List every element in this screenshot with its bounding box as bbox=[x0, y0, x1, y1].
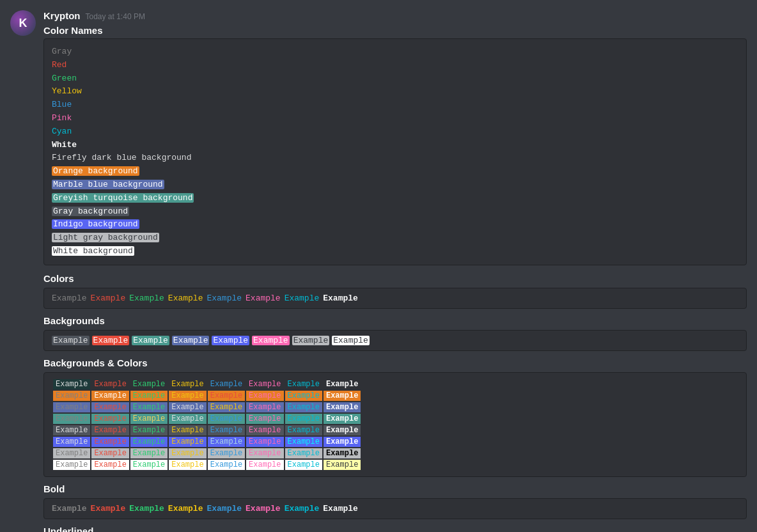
color-name-gray-bg: Gray background bbox=[52, 205, 738, 219]
color-name-pink: Pink bbox=[52, 112, 738, 125]
bg-example-gray: Example bbox=[52, 336, 90, 345]
grid-cell: Example bbox=[91, 437, 129, 447]
bold-example-gray: Example bbox=[52, 504, 87, 513]
grid-cell: Example bbox=[91, 402, 129, 412]
color-names-title: Color Names bbox=[43, 25, 747, 36]
grid-cell: Example bbox=[246, 460, 283, 470]
grid-cell: Example bbox=[169, 414, 206, 424]
message-content: Krypton Today at 1:40 PM Color Names Gra… bbox=[43, 10, 747, 532]
bg-example-pink: Example bbox=[252, 336, 290, 345]
grid-cell: Example bbox=[208, 425, 245, 435]
grid-cell: Example bbox=[208, 448, 245, 458]
grid-cell: Example bbox=[169, 460, 206, 470]
timestamp: Today at 1:40 PM bbox=[86, 12, 145, 21]
username: Krypton bbox=[43, 10, 81, 21]
colors-example-block: Example Example Example Example Example … bbox=[43, 288, 747, 309]
bold-example-cyan: Example bbox=[285, 504, 320, 513]
grid-cell: Example bbox=[169, 402, 206, 412]
color-name-white-bg: White background bbox=[52, 245, 738, 258]
grid-row-3: Example Example Example Example Example … bbox=[53, 402, 361, 412]
backgrounds-section-header: Backgrounds bbox=[43, 315, 747, 326]
grid-cell: Example bbox=[246, 414, 283, 424]
grid-cell: Example bbox=[208, 402, 245, 412]
grid-cell: Example bbox=[285, 448, 322, 458]
grid-cell: Example bbox=[285, 379, 322, 389]
grid-cell: Example bbox=[130, 460, 168, 470]
grid-cell: Example bbox=[208, 379, 245, 389]
grid-cell: Example bbox=[324, 414, 361, 424]
grid-cell: Example bbox=[246, 379, 283, 389]
grid-row-6: Example Example Example Example Example … bbox=[53, 437, 361, 447]
color-name-light-gray-bg: Light gray background bbox=[52, 231, 738, 245]
bold-example-red: Example bbox=[91, 504, 126, 513]
colors-section-header: Colors bbox=[43, 273, 747, 284]
grid-cell: Example bbox=[130, 391, 168, 401]
grid-cell: Example bbox=[208, 437, 245, 447]
backgrounds-example-block: Example Example Example Example Example … bbox=[43, 330, 747, 351]
bold-examples-row: Example Example Example Example Example … bbox=[52, 504, 738, 513]
grid-cell: Example bbox=[53, 402, 90, 412]
color-name-indigo-bg: Indigo background bbox=[52, 218, 738, 231]
grid-cell: Example bbox=[130, 379, 168, 389]
grid-cell: Example bbox=[169, 391, 206, 401]
grid-cell: Example bbox=[91, 391, 129, 401]
color-name-yellow: Yellow bbox=[52, 85, 738, 98]
grid-cell: Example bbox=[208, 460, 245, 470]
grid-cell: Example bbox=[246, 402, 283, 412]
grid-cell: Example bbox=[130, 414, 168, 424]
example-red: Example bbox=[91, 293, 126, 303]
grid-row-4: Example Example Example Example Example … bbox=[53, 414, 361, 424]
grid-cell: Example bbox=[324, 448, 361, 458]
bold-example-yellow: Example bbox=[168, 504, 203, 513]
example-blue: Example bbox=[207, 293, 242, 303]
example-white: Example bbox=[323, 293, 358, 303]
grid-cell: Example bbox=[285, 425, 322, 435]
bg-colors-section-header: Backgrounds & Colors bbox=[43, 357, 747, 368]
bg-example-white: Example bbox=[332, 336, 370, 345]
example-gray: Example bbox=[52, 293, 87, 303]
bold-section-header: Bold bbox=[43, 483, 747, 494]
color-name-marble-blue-bg: Marble blue background bbox=[52, 178, 738, 192]
grid-row-7: Example Example Example Example Example … bbox=[53, 448, 361, 458]
backgrounds-examples-row: Example Example Example Example Example … bbox=[52, 336, 738, 345]
grid-cell: Example bbox=[285, 391, 322, 401]
color-name-greyish-turquoise-bg: Greyish turquoise background bbox=[52, 192, 738, 205]
bold-example-pink: Example bbox=[246, 504, 281, 513]
bg-example-turquoise: Example bbox=[132, 336, 169, 345]
color-name-orange-bg: Orange background bbox=[52, 165, 738, 178]
grid-cell: Example bbox=[324, 460, 361, 470]
grid-cell: Example bbox=[324, 425, 361, 435]
color-name-green: Green bbox=[52, 72, 738, 86]
grid-cell: Example bbox=[53, 437, 90, 447]
bg-example-lightgray: Example bbox=[292, 336, 330, 345]
grid-cell: Example bbox=[130, 448, 168, 458]
grid-cell: Example bbox=[285, 460, 322, 470]
color-name-white: White bbox=[52, 139, 738, 152]
bg-example-marble: Example bbox=[172, 336, 210, 345]
bold-example-blue: Example bbox=[207, 504, 242, 513]
grid-cell: Example bbox=[91, 448, 129, 458]
grid-cell: Example bbox=[169, 448, 206, 458]
grid-cell: Example bbox=[324, 379, 361, 389]
bg-example-indigo: Example bbox=[212, 336, 249, 345]
grid-cell: Example bbox=[91, 425, 129, 435]
color-name-cyan: Cyan bbox=[52, 125, 738, 139]
color-name-blue: Blue bbox=[52, 98, 738, 112]
grid-cell: Example bbox=[53, 414, 90, 424]
grid-cell: Example bbox=[285, 437, 322, 447]
grid-cell: Example bbox=[246, 448, 283, 458]
grid-cell: Example bbox=[53, 379, 90, 389]
grid-cell: Example bbox=[169, 425, 206, 435]
example-green: Example bbox=[129, 293, 164, 303]
bold-example-white: Example bbox=[323, 504, 358, 513]
grid-row-1: Example Example Example Example Example … bbox=[53, 379, 361, 389]
grid-cell: Example bbox=[130, 402, 168, 412]
grid-cell: Example bbox=[285, 402, 322, 412]
grid-cell: Example bbox=[285, 414, 322, 424]
grid-cell: Example bbox=[324, 391, 361, 401]
underlined-section-header: Underlined bbox=[43, 526, 747, 532]
grid-cell: Example bbox=[324, 437, 361, 447]
grid-cell: Example bbox=[53, 391, 90, 401]
grid-cell: Example bbox=[208, 414, 245, 424]
colors-examples-row: Example Example Example Example Example … bbox=[52, 293, 738, 303]
